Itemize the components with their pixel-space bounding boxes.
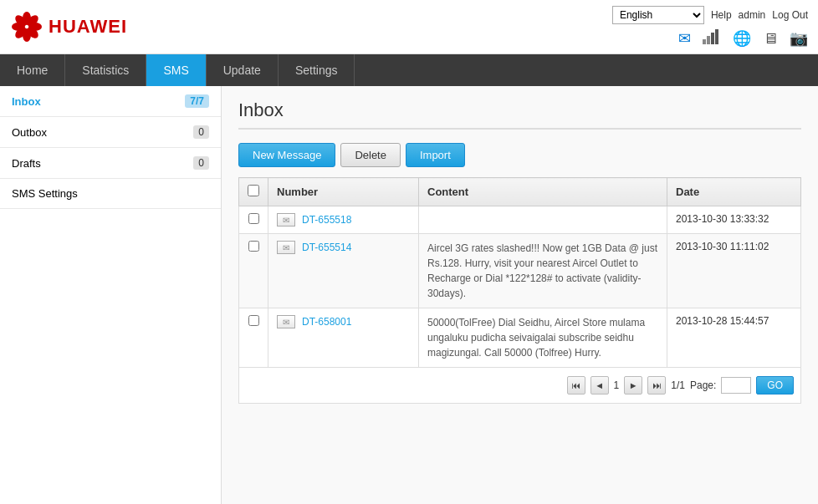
new-message-button[interactable]: New Message: [238, 143, 335, 167]
outbox-badge: 0: [193, 125, 209, 139]
messages-table: Number Content Date ✉ DT-655518: [238, 177, 801, 368]
row1-sender: ✉ DT-655518: [277, 213, 410, 227]
sidebar-outbox-label: Outbox: [12, 126, 47, 139]
huawei-logo-icon: [10, 12, 43, 42]
nav-item-settings[interactable]: Settings: [279, 54, 355, 86]
svg-rect-9: [707, 36, 710, 44]
nav-item-home[interactable]: Home: [0, 54, 65, 86]
logo-area: HUAWEI: [10, 12, 127, 42]
row1-date: 2013-10-30 13:33:32: [676, 213, 769, 225]
header-content: Content: [419, 178, 667, 206]
row3-msg-icon: ✉: [277, 315, 295, 328]
row3-checkbox-cell[interactable]: [239, 308, 268, 368]
mail-icon[interactable]: ✉: [678, 29, 691, 48]
drafts-badge: 0: [193, 156, 209, 170]
row1-content-cell: [419, 206, 667, 234]
row2-date-cell: 2013-10-30 11:11:02: [667, 234, 801, 308]
row3-content: 50000(TolFree) Dial Seidhu, Aircel Store…: [427, 317, 645, 359]
page-number-input[interactable]: [721, 377, 751, 394]
row3-checkbox[interactable]: [248, 315, 259, 326]
current-page-number: 1: [614, 379, 620, 391]
page-title: Inbox: [238, 99, 801, 130]
row1-checkbox-cell[interactable]: [239, 206, 268, 234]
row1-msg-icon: ✉: [277, 213, 295, 227]
row3-sender: ✉ DT-658001: [277, 315, 410, 328]
row1-date-cell: 2013-10-30 13:33:32: [667, 206, 801, 234]
brand-name: HUAWEI: [49, 16, 127, 38]
select-all-checkbox[interactable]: [248, 185, 259, 196]
inbox-badge: 7/7: [185, 94, 209, 108]
sidebar-item-drafts[interactable]: Drafts 0: [0, 148, 221, 179]
language-select[interactable]: English Chinese: [612, 6, 704, 24]
admin-label: admin: [739, 9, 766, 21]
top-links: Help admin Log Out: [711, 9, 808, 21]
sidebar-item-inbox[interactable]: Inbox 7/7: [0, 86, 221, 117]
signal-bars-icon: [703, 29, 721, 44]
nav-item-statistics[interactable]: Statistics: [65, 54, 146, 86]
row2-msg-icon: ✉: [277, 241, 295, 254]
table-row: ✉ DT-655514 Aircel 3G rates slashed!!! N…: [239, 234, 801, 308]
row1-number[interactable]: DT-655518: [302, 214, 351, 226]
top-bar: HUAWEI English Chinese Help admin Log Ou…: [0, 0, 818, 54]
table-row: ✉ DT-658001 50000(TolFree) Dial Seidhu, …: [239, 308, 801, 368]
row3-number-cell: ✉ DT-658001: [268, 308, 419, 368]
row3-number[interactable]: DT-658001: [302, 316, 351, 328]
sidebar-inbox-label: Inbox: [12, 95, 41, 108]
logout-link[interactable]: Log Out: [772, 9, 808, 21]
row1-number-cell: ✉ DT-655518: [268, 206, 419, 234]
row2-number-cell: ✉ DT-655514: [268, 234, 419, 308]
toolbar: New Message Delete Import: [238, 143, 801, 167]
page-label: Page:: [690, 379, 716, 391]
row2-sender: ✉ DT-655514: [277, 241, 410, 254]
header-date: Date: [667, 178, 801, 206]
svg-rect-8: [703, 39, 706, 44]
sidebar: Inbox 7/7 Outbox 0 Drafts 0 SMS Settings: [0, 86, 222, 504]
main-layout: Inbox 7/7 Outbox 0 Drafts 0 SMS Settings…: [0, 86, 818, 504]
go-button[interactable]: GO: [756, 376, 794, 395]
content-area: Inbox New Message Delete Import Number C…: [222, 86, 818, 504]
status-icons-row: ✉ 🌐 🖥 📷: [678, 29, 808, 48]
table-header-row: Number Content Date: [239, 178, 801, 206]
sidebar-item-outbox[interactable]: Outbox 0: [0, 117, 221, 148]
language-selector-wrap[interactable]: English Chinese: [612, 6, 704, 24]
nav-bar: Home Statistics SMS Update Settings: [0, 54, 818, 86]
help-link[interactable]: Help: [711, 9, 732, 21]
delete-button[interactable]: Delete: [340, 143, 401, 167]
row2-checkbox-cell[interactable]: [239, 234, 268, 308]
monitor-icon: 🖥: [763, 30, 778, 48]
svg-rect-10: [711, 33, 714, 44]
signal-icon: [703, 29, 721, 48]
svg-rect-11: [715, 29, 718, 44]
nav-item-sms[interactable]: SMS: [146, 54, 206, 86]
sidebar-item-sms-settings[interactable]: SMS Settings: [0, 179, 221, 209]
import-button[interactable]: Import: [406, 143, 465, 167]
row2-content: Aircel 3G rates slashed!!! Now get 1GB D…: [427, 242, 657, 299]
row3-date: 2013-10-28 15:44:57: [676, 315, 769, 327]
row3-content-cell: 50000(TolFree) Dial Seidhu, Aircel Store…: [419, 308, 667, 368]
total-pages: 1/1: [671, 379, 685, 391]
row2-checkbox[interactable]: [248, 241, 259, 252]
header-checkbox-cell[interactable]: [239, 178, 268, 206]
row2-number[interactable]: DT-655514: [302, 242, 351, 253]
next-page-button[interactable]: ►: [624, 376, 642, 395]
nav-item-update[interactable]: Update: [207, 54, 279, 86]
prev-page-button[interactable]: ◄: [590, 376, 609, 395]
device-icon: 📷: [790, 29, 808, 48]
row1-checkbox[interactable]: [248, 213, 259, 224]
sidebar-drafts-label: Drafts: [12, 157, 41, 170]
first-page-button[interactable]: ⏮: [567, 376, 585, 395]
header-number: Number: [268, 178, 419, 206]
pagination-area: ⏮ ◄ 1 ► ⏭ 1/1 Page: GO: [238, 368, 801, 404]
last-page-button[interactable]: ⏭: [647, 376, 666, 395]
globe-icon[interactable]: 🌐: [733, 29, 751, 48]
top-right-area: English Chinese Help admin Log Out ✉: [612, 6, 808, 48]
sidebar-sms-settings-label: SMS Settings: [12, 187, 78, 200]
row3-date-cell: 2013-10-28 15:44:57: [667, 308, 801, 368]
row2-content-cell: Aircel 3G rates slashed!!! Now get 1GB D…: [419, 234, 667, 308]
row2-date: 2013-10-30 11:11:02: [676, 241, 769, 252]
top-right-row1: English Chinese Help admin Log Out: [612, 6, 808, 24]
table-row: ✉ DT-655518 2013-10-30 13:33:32: [239, 206, 801, 234]
